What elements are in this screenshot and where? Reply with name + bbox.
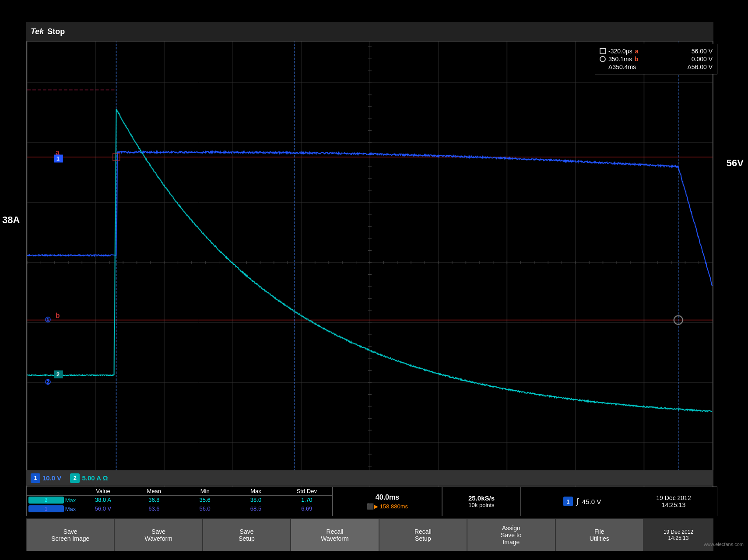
file-utilities-button[interactable]: File Utilities: [555, 518, 643, 551]
current-level-label: 38A: [2, 214, 20, 226]
time-base-section: 40.0ms ⬛▶ 158.880ms: [333, 486, 442, 516]
cursor-a-icon: [600, 48, 606, 54]
cursor-b-icon: [600, 56, 606, 62]
oscilloscope-screen: [26, 22, 713, 503]
col-stddev: Std Dev: [281, 487, 332, 495]
date-value: 19 Dec 2012: [656, 494, 691, 501]
ch1-max: 68.5: [230, 504, 281, 513]
sample-rate-section: 25.0kS/s 10k points: [442, 486, 521, 516]
trigger-level: 45.0 V: [582, 498, 601, 505]
cursor-a-voltage: 56.00 V: [692, 48, 713, 55]
ch1-min: 56.0: [179, 504, 230, 513]
datetime-button[interactable]: 19 Dec 2012 14:25:13: [643, 518, 713, 551]
time-per-div: 40.0ms: [376, 494, 399, 501]
ch-a-label: a: [635, 48, 639, 55]
ch2-stat-num: 2: [28, 497, 64, 504]
oscilloscope-display: Tek Stop -320.0μs a 56.00 V 350.1ms b 0.…: [0, 0, 748, 560]
stats-header-row: Value Mean Min Max Std Dev: [27, 487, 332, 496]
datetime-display: 19 Dec 2012 14:25:13: [630, 486, 717, 516]
recall-setup-button[interactable]: Recall Setup: [379, 518, 467, 551]
cursor-a-time: -320.0μs: [608, 48, 632, 55]
save-waveform-button[interactable]: Save Waveform: [114, 518, 202, 551]
stats-row-ch1: 1 Max 56.0 V 63.6 56.0 68.5 6.69: [27, 504, 332, 513]
col-min: Min: [179, 487, 230, 495]
ch2-stddev: 1.70: [281, 496, 332, 504]
trigger-section: 1 ∫ 45.0 V: [521, 486, 643, 516]
ch2-max: 38.0: [230, 496, 281, 504]
cursor-time-display: ⬛▶ 158.880ms: [367, 503, 408, 510]
cursor-time-value: 158.880ms: [380, 503, 408, 510]
recall-waveform-button[interactable]: Recall Waveform: [291, 518, 379, 551]
brand-logo: Tek: [31, 27, 44, 36]
ch1-indicator: 1 10.0 V: [31, 473, 61, 483]
statistics-table: Value Mean Min Max Std Dev 2 Max 38.0 A …: [26, 486, 333, 516]
header-bar: Tek Stop: [26, 22, 713, 42]
col-max: Max: [230, 487, 281, 495]
ch1-mean: 63.6: [129, 504, 179, 513]
watermark: www.elecfans.com: [704, 542, 744, 547]
delta-time: Δ350.4ms: [608, 63, 636, 70]
button-bar: Save Screen Image Save Waveform Save Set…: [26, 518, 713, 551]
ch2-value: 38.0 A: [77, 496, 128, 504]
delta-voltage: Δ56.00 V: [687, 63, 713, 70]
col-label: [27, 487, 77, 495]
ch1-stddev: 6.69: [281, 504, 332, 513]
save-setup-button[interactable]: Save Setup: [203, 518, 291, 551]
trigger-type-icon: ∫: [576, 497, 579, 506]
channel-info-bar: 1 10.0 V 2 5.00 A Ω: [26, 470, 713, 486]
ch2-scale: 5.00 A Ω: [82, 474, 108, 482]
sample-rate: 25.0kS/s: [468, 494, 495, 502]
ch1-scale: 10.0 V: [42, 474, 61, 482]
cursor-b-voltage: 0.000 V: [692, 56, 713, 63]
time-value: 14:25:13: [662, 501, 686, 508]
save-screen-button[interactable]: Save Screen Image: [26, 518, 114, 551]
sample-points: 10k points: [468, 502, 494, 508]
measurement-box: -320.0μs a 56.00 V 350.1ms b 0.000 V Δ35…: [595, 44, 717, 74]
col-value: Value: [77, 487, 128, 495]
ch1-stat-num: 1: [28, 505, 64, 512]
col-mean: Mean: [129, 487, 179, 495]
ch1-value: 56.0 V: [77, 504, 128, 513]
ch2-number: 2: [70, 473, 80, 483]
status-label: Stop: [47, 27, 65, 36]
assign-save-button[interactable]: Assign Save to Image: [467, 518, 555, 551]
ch-b-label: b: [635, 56, 639, 63]
cursor-b-time: 350.1ms: [608, 56, 632, 63]
ch2-min: 35.6: [179, 496, 230, 504]
ch1-number: 1: [31, 473, 40, 483]
ch1-stat-label: 1 Max: [27, 504, 77, 513]
voltage-level-label: 56V: [727, 158, 744, 169]
stats-row-ch2: 2 Max 38.0 A 36.8 35.6 38.0 1.70: [27, 496, 332, 504]
ch2-stat-label: 2 Max: [27, 496, 77, 504]
ch2-mean: 36.8: [129, 496, 179, 504]
ch2-indicator: 2 5.00 A Ω: [70, 473, 108, 483]
waveform-canvas: [27, 23, 713, 502]
trigger-channel-num: 1: [563, 497, 573, 506]
